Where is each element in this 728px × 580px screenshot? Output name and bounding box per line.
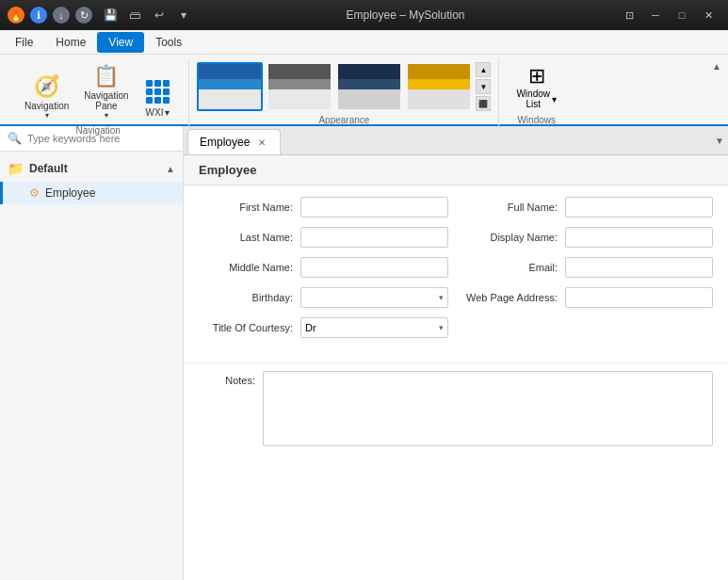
last-name-col: Last Name: — [199, 227, 448, 248]
title-of-courtesy-label: Title Of Courtesy: — [199, 322, 293, 333]
folder-icon: 📁 — [8, 161, 24, 176]
appearance-scroll: ▲ ▼ ⬛ — [476, 62, 491, 111]
close-button[interactable]: ✕ — [696, 6, 720, 24]
maximize-button[interactable]: □ — [670, 6, 694, 24]
info-icon[interactable]: ℹ — [30, 7, 47, 24]
full-name-col: Full Name: — [463, 197, 713, 218]
window-list-button[interactable]: ⊞ WindowList ▾ — [510, 62, 562, 111]
birthday-arrow: ▾ — [439, 293, 444, 302]
wxi-label: WXI ▾ — [146, 107, 170, 118]
scroll-more-button[interactable]: ⬛ — [476, 96, 491, 111]
form-header: Employee — [184, 155, 728, 185]
download-icon[interactable]: ↓ — [53, 7, 70, 24]
minimize-button[interactable]: ─ — [643, 6, 668, 24]
scroll-down-button[interactable]: ▼ — [476, 79, 491, 94]
dropdown-button[interactable]: ▾ — [173, 5, 194, 25]
tabs-collapse-button[interactable]: ▼ — [715, 136, 724, 146]
ribbon-collapse-button[interactable]: ▲ — [709, 58, 724, 73]
window-controls: ⊡ ─ □ ✕ — [617, 6, 720, 24]
email-label: Email: — [463, 262, 558, 273]
flame-icon[interactable]: 🔥 — [8, 7, 24, 24]
first-name-label: First Name: — [199, 201, 293, 213]
last-name-input[interactable] — [300, 227, 448, 248]
navigation-button[interactable]: 🧭 Navigation ▾ — [19, 72, 74, 121]
navigation-pane-button[interactable]: 📋 NavigationPane ▾ — [78, 62, 134, 121]
notes-input[interactable] — [263, 371, 713, 446]
navigation-buttons: 🧭 Navigation ▾ 📋 NavigationPane ▾ WXI ▾ — [19, 62, 177, 121]
content-area: Employee ✕ ▼ Employee First Name: Full N… — [184, 126, 728, 580]
display-name-col: Display Name: — [463, 227, 713, 248]
restore-button[interactable]: ⊡ — [617, 6, 641, 24]
middle-name-input[interactable] — [300, 257, 448, 278]
form-body: First Name: Full Name: Last Name: — [184, 185, 728, 359]
form-row-3: Middle Name: Email: — [199, 257, 713, 278]
email-input[interactable] — [565, 257, 713, 278]
title-of-courtesy-value: Dr — [305, 322, 316, 333]
theme-gray[interactable] — [267, 62, 332, 111]
nav-pane-icon: 📋 — [93, 64, 119, 89]
menu-home[interactable]: Home — [44, 32, 97, 53]
notes-section: Notes: — [199, 371, 713, 446]
web-page-input[interactable] — [565, 287, 713, 308]
tab-employee[interactable]: Employee ✕ — [187, 129, 281, 154]
navigation-arrow: ▾ — [45, 111, 49, 120]
theme-blue[interactable] — [197, 62, 263, 111]
menu-view[interactable]: View — [97, 32, 144, 53]
main-area: 🔍 📁 Default ▲ ⚙ Employee Employee ✕ — [0, 126, 728, 580]
navigation-group: 🧭 Navigation ▾ 📋 NavigationPane ▾ WXI ▾ — [8, 58, 189, 139]
sidebar: 🔍 📁 Default ▲ ⚙ Employee — [0, 126, 184, 580]
form-row-5: Title Of Courtesy: Dr ▾ — [199, 317, 713, 338]
birthday-label: Birthday: — [199, 292, 293, 303]
middle-name-label: Middle Name: — [199, 262, 293, 273]
wxi-arrow: ▾ — [165, 107, 170, 118]
window-list-icon: ⊞ — [528, 64, 545, 89]
first-name-input[interactable] — [300, 197, 448, 218]
title-bar-icons: 🔥 ℹ ↓ ↻ — [8, 7, 92, 24]
menu-tools[interactable]: Tools — [144, 32, 193, 53]
display-name-label: Display Name: — [463, 232, 558, 243]
title-of-courtesy-select[interactable]: Dr ▾ — [300, 317, 448, 338]
email-col: Email: — [463, 257, 713, 278]
form-row-2: Last Name: Display Name: — [199, 227, 713, 248]
wxi-grid-icon — [146, 80, 170, 104]
navigation-group-label: Navigation — [76, 125, 121, 136]
compass-icon: 🧭 — [34, 74, 59, 99]
menu-bar: File Home View Tools — [0, 30, 728, 55]
form-row-4: Birthday: ▾ Web Page Address: — [199, 287, 713, 308]
theme-gold[interactable] — [406, 62, 472, 111]
group-label: Default — [29, 162, 68, 175]
notes-label: Notes: — [199, 371, 255, 446]
save-all-button[interactable]: 🗃 — [124, 5, 145, 25]
tabs-bar: Employee ✕ ▼ — [184, 126, 728, 155]
middle-name-col: Middle Name: — [199, 257, 448, 278]
window-title: Employee – MySolution — [194, 8, 617, 22]
undo-button[interactable]: ↩ — [149, 5, 170, 25]
wxi-button[interactable]: WXI ▾ — [138, 76, 178, 121]
title-bar: 🔥 ℹ ↓ ↻ 💾 🗃 ↩ ▾ Employee – MySolution ⊡ … — [0, 0, 728, 30]
save-button[interactable]: 💾 — [100, 5, 121, 25]
title-of-courtesy-arrow: ▾ — [439, 323, 444, 332]
nav-pane-arrow: ▾ — [105, 111, 108, 120]
theme-previews: ▲ ▼ ⬛ — [197, 62, 491, 111]
appearance-group-label: Appearance — [197, 115, 491, 125]
full-name-input[interactable] — [565, 197, 713, 218]
tab-close-button[interactable]: ✕ — [255, 136, 268, 149]
refresh-icon[interactable]: ↻ — [75, 7, 92, 24]
birthday-select[interactable]: ▾ — [300, 287, 448, 308]
menu-file[interactable]: File — [4, 32, 44, 53]
appearance-group: ▲ ▼ ⬛ Appearance — [189, 58, 499, 129]
web-page-label: Web Page Address: — [463, 292, 558, 303]
nav-pane-label: NavigationPane — [84, 90, 128, 111]
tree-group-default[interactable]: 📁 Default ▲ — [0, 155, 183, 182]
theme-dark-blue[interactable] — [336, 62, 402, 111]
title-of-courtesy-col: Title Of Courtesy: Dr ▾ — [199, 317, 448, 338]
form-container: Employee First Name: Full Name: — [184, 155, 728, 580]
display-name-input[interactable] — [565, 227, 713, 248]
scroll-up-button[interactable]: ▲ — [476, 62, 491, 77]
tab-label: Employee — [200, 136, 250, 149]
employee-icon: ⚙ — [29, 186, 40, 200]
sidebar-tree: 📁 Default ▲ ⚙ Employee — [0, 152, 183, 208]
birthday-col: Birthday: ▾ — [199, 287, 448, 308]
sidebar-item-employee[interactable]: ⚙ Employee — [0, 182, 183, 204]
windows-group-label: Windows — [517, 115, 556, 125]
